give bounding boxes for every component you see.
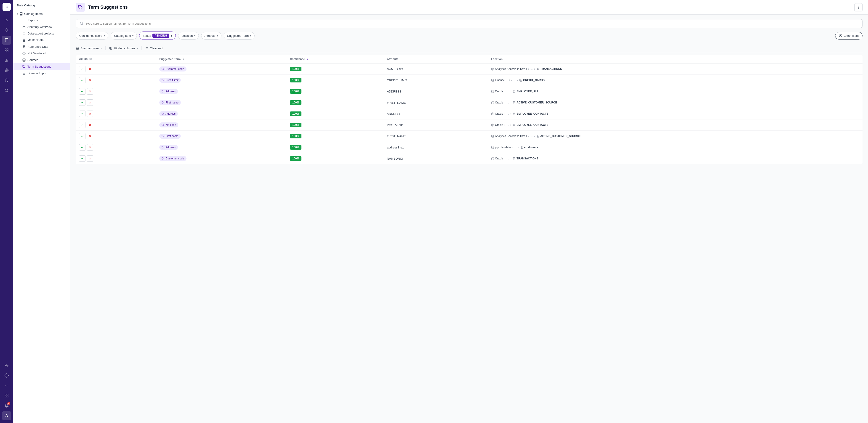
data-table: Action ⓘ Suggested Term ⇅ Confidence ⇅ A… [76,55,863,164]
confidence-badge: 100% [290,78,302,83]
table-name: EMPLOYEE_CONTACTS [517,123,548,127]
header-tag-icon [78,5,83,9]
reject-button[interactable] [87,88,93,95]
accept-button[interactable] [79,133,86,139]
svg-point-40 [858,7,859,7]
suggested-term-value: Address [165,146,176,149]
sort-icon: ⇅ [182,58,184,61]
sidebar-item-master-data[interactable]: Master Data [13,37,70,43]
accept-button[interactable] [79,122,86,128]
location-cell: Analytics Snowflake DWH › ... › ACTIVE_C… [488,131,863,142]
query-nav-icon[interactable] [2,86,11,95]
chevron-right-icon: › [518,146,519,149]
sidebar-item-sources[interactable]: Sources [13,57,70,63]
check-nav-icon[interactable] [2,381,11,390]
sidebar-item-not-monitored[interactable]: Not Monitored [13,50,70,57]
accept-button[interactable] [79,144,86,151]
sidebar-item-sources-label: Sources [27,58,38,62]
col-action-label: Action [79,57,88,61]
table-row: Customer code 100% NAMEORIG Oracle › ...… [76,153,863,164]
chevron-down-icon: ▾ [217,34,218,37]
reject-button[interactable] [87,77,93,84]
svg-rect-4 [5,51,6,52]
catalog-items-group[interactable]: ▾ Catalog Items [13,11,70,17]
suggested-term-filter[interactable]: Suggested Term ▾ [224,32,255,39]
bell-icon[interactable]: 6 [2,401,11,410]
sidebar-item-data-export[interactable]: Data export projects [13,30,70,37]
svg-point-14 [6,375,7,376]
table-small-icon [513,124,516,127]
settings-nav-icon[interactable] [2,371,11,380]
ellipsis: ... [507,123,509,127]
db-name: pgs_testdata [495,146,511,149]
reject-button[interactable] [87,66,93,72]
hidden-columns-button[interactable]: Hidden columns ▾ [109,46,137,50]
accept-button[interactable] [79,88,86,95]
chevron-right-icon: › [504,157,505,160]
dashboard-nav-icon[interactable] [2,46,11,55]
reject-button[interactable] [87,99,93,106]
search-input[interactable] [86,22,859,25]
svg-point-11 [6,70,7,71]
database-small-icon [491,135,494,138]
confidence-badge: 100% [290,89,302,94]
target-nav-icon[interactable] [2,66,11,75]
sidebar-item-anomaly-overview[interactable]: Anomaly Overview [13,24,70,30]
workflow-nav-icon[interactable] [2,361,11,370]
location-filter[interactable]: Location ▾ [178,32,198,39]
user-avatar[interactable]: A [2,411,11,420]
clear-sort-button[interactable]: Clear sort [145,46,163,50]
table-small-icon [520,146,523,149]
reject-button[interactable] [87,144,93,151]
sidebar-item-term-suggestions[interactable]: Term Suggestions [13,63,70,70]
accept-button[interactable] [79,66,86,72]
location-cell: Oracle › ... › TRANSACTIONS [488,153,863,164]
svg-rect-60 [537,68,539,70]
accept-button[interactable] [79,155,86,162]
term-tag-icon [162,79,164,82]
sidebar-item-lineage-import[interactable]: Lineage Import [13,70,70,76]
location-cell: Oracle › ... › ACTIVE_CUSTOMER_SOURCE [488,97,863,108]
chevron-right-icon: › [528,67,529,71]
col-location: Location [488,55,863,63]
reject-button[interactable] [87,133,93,139]
grid-nav-icon[interactable] [2,391,11,400]
confidence-cell: 100% [287,86,384,97]
confidence-badge: 100% [290,145,302,150]
import-icon [22,72,26,75]
suggested-term-cell: Address [156,142,287,153]
reject-button[interactable] [87,155,93,162]
accept-button[interactable] [79,77,86,84]
sidebar-item-reference-data[interactable]: Reference Data [13,43,70,50]
sort-active-icon: ⇅ [307,58,308,61]
standard-view-button[interactable]: Standard view ▾ [76,46,102,50]
reject-button[interactable] [87,122,93,128]
confidence-cell: 100% [287,75,384,86]
analytics-nav-icon[interactable] [2,56,11,65]
clear-filters-button[interactable]: Clear filters [835,32,863,39]
home-icon[interactable]: ⌂ [2,15,11,25]
action-cell [76,75,156,86]
term-tag-icon [162,157,164,160]
accept-button[interactable] [79,110,86,117]
status-filter[interactable]: Status PENDING ▾ [139,32,176,40]
sort-icon [145,46,149,50]
page-menu-button[interactable] [854,3,863,11]
svg-point-123 [492,157,494,158]
search-nav-icon[interactable] [2,26,11,35]
clear-sort-label: Clear sort [150,46,163,50]
accept-button[interactable] [79,99,86,106]
catalog-nav-icon[interactable] [2,36,11,45]
ellipsis: ... [530,134,533,138]
x-circle-icon [839,34,842,37]
svg-rect-124 [513,157,515,160]
action-cell [76,86,156,97]
confidence-score-filter[interactable]: Confidence score ▾ [76,32,108,39]
database-small-icon [491,90,494,93]
sidebar-item-reports[interactable]: Reports [13,17,70,24]
catalog-item-filter[interactable]: Catalog Item ▾ [111,32,137,39]
shield-nav-icon[interactable] [2,76,11,85]
attribute-filter[interactable]: Attribute ▾ [201,32,221,39]
reject-button[interactable] [87,110,93,117]
chevron-down-icon: ▾ [137,47,138,50]
